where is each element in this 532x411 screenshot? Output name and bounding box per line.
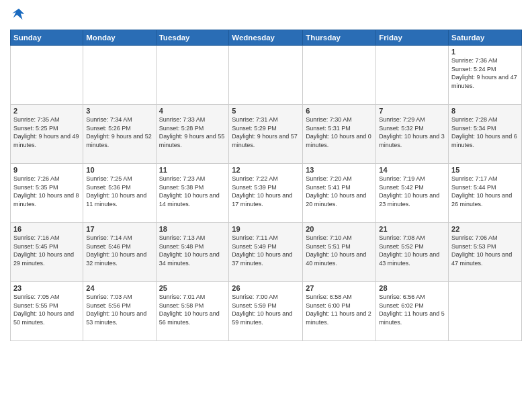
weekday-header-monday: Monday	[83, 30, 156, 46]
day-number: 21	[379, 225, 445, 233]
day-number: 17	[86, 225, 152, 233]
calendar-cell: 18Sunrise: 7:13 AM Sunset: 5:48 PM Dayli…	[156, 223, 229, 282]
calendar-cell	[303, 46, 376, 105]
day-number: 27	[306, 284, 373, 292]
day-number: 14	[379, 166, 445, 174]
calendar-cell: 10Sunrise: 7:25 AM Sunset: 5:36 PM Dayli…	[83, 164, 156, 223]
day-number: 4	[159, 107, 226, 115]
day-number: 3	[86, 107, 152, 115]
day-info: Sunrise: 7:11 AM Sunset: 5:49 PM Dayligh…	[232, 234, 300, 267]
day-number: 28	[379, 284, 445, 292]
calendar-cell: 8Sunrise: 7:28 AM Sunset: 5:34 PM Daylig…	[449, 105, 522, 164]
calendar-cell	[11, 46, 83, 105]
calendar-cell: 28Sunrise: 6:56 AM Sunset: 6:02 PM Dayli…	[376, 282, 449, 341]
calendar-cell: 2Sunrise: 7:35 AM Sunset: 5:25 PM Daylig…	[11, 105, 83, 164]
day-number: 26	[232, 284, 300, 292]
calendar-cell: 25Sunrise: 7:01 AM Sunset: 5:58 PM Dayli…	[156, 282, 229, 341]
day-number: 22	[451, 225, 519, 233]
calendar-cell	[449, 282, 522, 341]
day-info: Sunrise: 7:20 AM Sunset: 5:41 PM Dayligh…	[306, 175, 373, 208]
day-info: Sunrise: 7:23 AM Sunset: 5:38 PM Dayligh…	[159, 175, 226, 208]
calendar-cell: 19Sunrise: 7:11 AM Sunset: 5:49 PM Dayli…	[229, 223, 303, 282]
calendar-cell: 9Sunrise: 7:26 AM Sunset: 5:35 PM Daylig…	[11, 164, 83, 223]
calendar-week-row: 23Sunrise: 7:05 AM Sunset: 5:55 PM Dayli…	[11, 282, 522, 341]
calendar-cell	[83, 46, 156, 105]
day-info: Sunrise: 7:30 AM Sunset: 5:31 PM Dayligh…	[306, 116, 373, 149]
weekday-header-sunday: Sunday	[11, 30, 83, 46]
day-info: Sunrise: 7:03 AM Sunset: 5:56 PM Dayligh…	[86, 293, 152, 326]
svg-marker-0	[12, 9, 24, 20]
weekday-header-row: SundayMondayTuesdayWednesdayThursdayFrid…	[11, 30, 522, 46]
day-info: Sunrise: 7:31 AM Sunset: 5:29 PM Dayligh…	[232, 116, 300, 149]
day-info: Sunrise: 7:35 AM Sunset: 5:25 PM Dayligh…	[13, 116, 80, 149]
day-info: Sunrise: 7:13 AM Sunset: 5:48 PM Dayligh…	[159, 234, 226, 267]
calendar-cell: 6Sunrise: 7:30 AM Sunset: 5:31 PM Daylig…	[303, 105, 376, 164]
day-info: Sunrise: 7:19 AM Sunset: 5:42 PM Dayligh…	[379, 175, 445, 208]
day-number: 2	[13, 107, 80, 115]
day-info: Sunrise: 7:16 AM Sunset: 5:45 PM Dayligh…	[13, 234, 80, 267]
calendar-cell: 26Sunrise: 7:00 AM Sunset: 5:59 PM Dayli…	[229, 282, 303, 341]
calendar-cell: 7Sunrise: 7:29 AM Sunset: 5:32 PM Daylig…	[376, 105, 449, 164]
day-number: 20	[306, 225, 373, 233]
day-info: Sunrise: 7:26 AM Sunset: 5:35 PM Dayligh…	[13, 175, 80, 208]
calendar-cell: 14Sunrise: 7:19 AM Sunset: 5:42 PM Dayli…	[376, 164, 449, 223]
calendar-cell: 27Sunrise: 6:58 AM Sunset: 6:00 PM Dayli…	[303, 282, 376, 341]
calendar-cell: 13Sunrise: 7:20 AM Sunset: 5:41 PM Dayli…	[303, 164, 376, 223]
day-info: Sunrise: 7:14 AM Sunset: 5:46 PM Dayligh…	[86, 234, 152, 267]
day-info: Sunrise: 7:22 AM Sunset: 5:39 PM Dayligh…	[232, 175, 300, 208]
calendar-cell: 4Sunrise: 7:33 AM Sunset: 5:28 PM Daylig…	[156, 105, 229, 164]
day-number: 13	[306, 166, 373, 174]
day-number: 12	[232, 166, 300, 174]
day-number: 18	[159, 225, 226, 233]
calendar-cell: 17Sunrise: 7:14 AM Sunset: 5:46 PM Dayli…	[83, 223, 156, 282]
calendar-cell: 21Sunrise: 7:08 AM Sunset: 5:52 PM Dayli…	[376, 223, 449, 282]
page-container: SundayMondayTuesdayWednesdayThursdayFrid…	[0, 0, 532, 348]
calendar-cell: 16Sunrise: 7:16 AM Sunset: 5:45 PM Dayli…	[11, 223, 83, 282]
calendar-cell: 12Sunrise: 7:22 AM Sunset: 5:39 PM Dayli…	[229, 164, 303, 223]
day-info: Sunrise: 7:05 AM Sunset: 5:55 PM Dayligh…	[13, 293, 80, 326]
calendar-cell	[229, 46, 303, 105]
day-info: Sunrise: 7:28 AM Sunset: 5:34 PM Dayligh…	[451, 116, 519, 149]
day-info: Sunrise: 7:25 AM Sunset: 5:36 PM Dayligh…	[86, 175, 152, 208]
day-number: 15	[451, 166, 519, 174]
day-number: 24	[86, 284, 152, 292]
calendar-cell	[376, 46, 449, 105]
day-number: 8	[451, 107, 519, 115]
calendar-cell: 20Sunrise: 7:10 AM Sunset: 5:51 PM Dayli…	[303, 223, 376, 282]
day-info: Sunrise: 7:34 AM Sunset: 5:26 PM Dayligh…	[86, 116, 152, 149]
day-number: 9	[13, 166, 80, 174]
calendar-cell: 3Sunrise: 7:34 AM Sunset: 5:26 PM Daylig…	[83, 105, 156, 164]
calendar-week-row: 1Sunrise: 7:36 AM Sunset: 5:24 PM Daylig…	[11, 46, 522, 105]
calendar-cell: 24Sunrise: 7:03 AM Sunset: 5:56 PM Dayli…	[83, 282, 156, 341]
weekday-header-friday: Friday	[376, 30, 449, 46]
day-info: Sunrise: 7:01 AM Sunset: 5:58 PM Dayligh…	[159, 293, 226, 326]
calendar-week-row: 2Sunrise: 7:35 AM Sunset: 5:25 PM Daylig…	[11, 105, 522, 164]
day-info: Sunrise: 7:17 AM Sunset: 5:44 PM Dayligh…	[451, 175, 519, 208]
header	[10, 7, 522, 24]
calendar-cell: 22Sunrise: 7:06 AM Sunset: 5:53 PM Dayli…	[449, 223, 522, 282]
day-number: 25	[159, 284, 226, 292]
day-info: Sunrise: 7:36 AM Sunset: 5:24 PM Dayligh…	[451, 56, 519, 90]
calendar-cell: 15Sunrise: 7:17 AM Sunset: 5:44 PM Dayli…	[449, 164, 522, 223]
day-info: Sunrise: 7:08 AM Sunset: 5:52 PM Dayligh…	[379, 234, 445, 267]
day-number: 1	[451, 48, 519, 56]
day-number: 7	[379, 107, 445, 115]
calendar-cell: 23Sunrise: 7:05 AM Sunset: 5:55 PM Dayli…	[11, 282, 83, 341]
day-info: Sunrise: 6:56 AM Sunset: 6:02 PM Dayligh…	[379, 293, 445, 326]
day-number: 16	[13, 225, 80, 233]
weekday-header-wednesday: Wednesday	[229, 30, 303, 46]
calendar-week-row: 9Sunrise: 7:26 AM Sunset: 5:35 PM Daylig…	[11, 164, 522, 223]
calendar-cell: 11Sunrise: 7:23 AM Sunset: 5:38 PM Dayli…	[156, 164, 229, 223]
weekday-header-saturday: Saturday	[449, 30, 522, 46]
calendar-cell	[156, 46, 229, 105]
day-number: 11	[159, 166, 226, 174]
calendar-cell: 1Sunrise: 7:36 AM Sunset: 5:24 PM Daylig…	[449, 46, 522, 105]
day-info: Sunrise: 7:10 AM Sunset: 5:51 PM Dayligh…	[306, 234, 373, 267]
logo	[10, 7, 26, 24]
day-info: Sunrise: 7:06 AM Sunset: 5:53 PM Dayligh…	[451, 234, 519, 267]
day-number: 23	[13, 284, 80, 292]
weekday-header-thursday: Thursday	[303, 30, 376, 46]
day-info: Sunrise: 7:00 AM Sunset: 5:59 PM Dayligh…	[232, 293, 300, 326]
logo-bird-icon	[11, 7, 26, 21]
day-number: 10	[86, 166, 152, 174]
